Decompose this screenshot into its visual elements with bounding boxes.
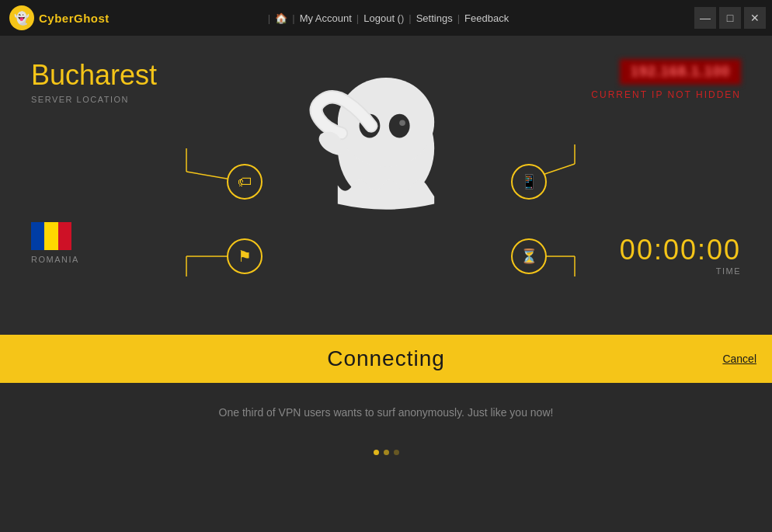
settings-link[interactable]: Settings [416,12,453,24]
timer-area: 00:00:00 TIME [620,234,741,276]
nav-sep-5: | [457,12,460,24]
maximize-button[interactable]: □ [719,7,741,29]
home-icon[interactable]: 🏠 [275,12,287,24]
flag-area: ROMANIA [31,222,79,264]
loading-dot-1 [374,450,379,455]
flag-stripe-blue [31,222,44,250]
connecting-bar: Connecting Cancel [0,335,772,383]
close-button[interactable]: ✕ [744,7,766,29]
cancel-button[interactable]: Cancel [722,353,756,365]
logout-user: ) [401,12,404,24]
phone-icon-button[interactable]: 📱 [511,164,547,200]
flag-stripe-yellow [44,222,57,250]
titlebar: 👻 CyberGhost | 🏠 | My Account | Logout (… [0,0,772,36]
tag-icon-button[interactable]: 🏷 [227,164,263,200]
country-label: ROMANIA [31,255,79,264]
nav-sep-3: | [356,12,359,24]
right-column: 192.168.1.100 CURRENT IP NOT HIDDEN [591,59,741,100]
timer-icon-button[interactable]: ⏳ [511,238,547,274]
logo-ghost-text: Ghost [74,12,110,25]
logo-area: 👻 CyberGhost [9,5,110,30]
loading-indicator [374,450,399,455]
tip-text: One third of VPN users wants to surf ano… [219,406,554,419]
logo-icon: 👻 [9,5,34,30]
nav-sep-1: | [268,12,270,24]
nav-links: | 🏠 | My Account | Logout ( ) | Settings… [263,12,509,24]
svg-point-1 [338,78,434,167]
flag-stripe-red [58,222,71,250]
logo-text: CyberGhost [39,12,110,25]
feedback-link[interactable]: Feedback [464,12,509,24]
minimize-button[interactable]: — [694,7,716,29]
main-content: Bucharest SERVER LOCATION ROMANIA 192.16… [0,36,772,335]
window-controls: — □ ✕ [694,7,766,29]
city-name: Bucharest [31,59,249,92]
left-column: Bucharest SERVER LOCATION [31,59,249,104]
logout-link[interactable]: Logout ( [363,12,401,24]
connecting-status: Connecting [327,346,445,371]
ip-status-label: CURRENT IP NOT HIDDEN [591,89,741,100]
my-account-link[interactable]: My Account [300,12,352,24]
svg-point-5 [399,120,405,126]
timer-display: 00:00:00 [620,234,741,266]
svg-point-3 [389,114,410,138]
bottom-area: One third of VPN users wants to surf ano… [0,383,772,532]
ghost-mascot [308,59,464,214]
ghost-icon: 👻 [14,11,30,26]
server-location-label: SERVER LOCATION [31,95,249,104]
loading-dot-3 [394,450,399,455]
time-label: TIME [620,266,741,276]
logo-cyber: Cyber [39,12,74,25]
nav-sep-4: | [409,12,411,24]
ip-address: 192.168.1.100 [620,59,741,85]
flag-icon-button[interactable]: ⚑ [227,238,263,274]
country-flag [31,222,71,250]
loading-dot-2 [384,450,389,455]
nav-sep-2: | [292,12,294,24]
